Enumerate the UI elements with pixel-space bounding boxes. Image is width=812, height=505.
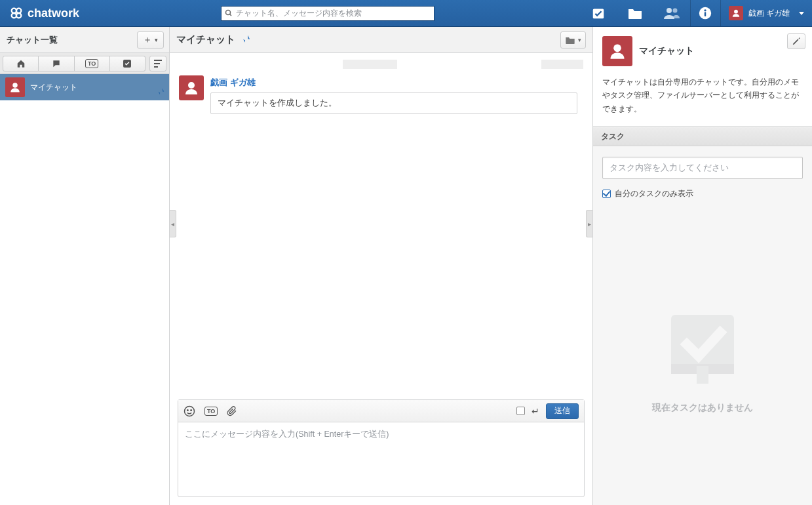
svg-point-20 — [187, 409, 189, 411]
task-check-icon — [591, 6, 606, 20]
brand-logo[interactable]: chatwork — [0, 0, 90, 26]
folder-icon — [565, 35, 575, 45]
enter-key-icon: ↵ — [532, 406, 539, 416]
sort-button[interactable] — [149, 56, 166, 71]
plus-icon: ＋ — [143, 34, 152, 46]
top-contacts-button[interactable] — [653, 0, 690, 26]
filter-task[interactable] — [110, 56, 145, 71]
to-icon: TO — [204, 407, 218, 416]
redacted-block — [343, 60, 397, 69]
sort-icon — [154, 59, 162, 68]
room-avatar-icon — [602, 36, 632, 66]
to-icon: TO — [85, 59, 98, 68]
pencil-icon — [792, 37, 801, 46]
svg-line-5 — [230, 14, 232, 16]
message-timeline: ◂ ▸ 戯画 ギガ雄 マイチャットを作成しました。 — [170, 53, 592, 394]
chat-bubble-icon — [52, 59, 61, 68]
folder-icon — [627, 7, 643, 20]
emoji-icon — [184, 405, 195, 417]
task-input[interactable] — [602, 157, 803, 179]
top-info-button[interactable] — [690, 0, 720, 26]
message-input[interactable] — [178, 422, 584, 495]
svg-point-7 — [667, 8, 672, 13]
send-button[interactable]: 送信 — [546, 403, 579, 419]
task-section-header: タスク — [593, 127, 812, 146]
pin-icon — [156, 87, 165, 98]
svg-point-19 — [185, 406, 195, 416]
svg-point-3 — [16, 13, 21, 18]
info-icon — [699, 7, 712, 20]
emoji-button[interactable] — [184, 405, 195, 417]
empty-tasks-icon — [653, 293, 752, 392]
chevron-down-icon: ▾ — [155, 37, 158, 43]
svg-rect-11 — [705, 12, 706, 16]
brand-icon — [9, 6, 24, 20]
message-avatar-icon — [179, 75, 204, 100]
to-button[interactable]: TO — [204, 407, 218, 416]
chat-item-name: マイチャット — [30, 82, 77, 93]
chat-avatar-icon — [5, 77, 25, 97]
svg-rect-25 — [697, 366, 708, 384]
chevron-down-icon — [799, 12, 804, 15]
search-icon — [222, 9, 236, 17]
room-info-title: マイチャット — [639, 45, 694, 57]
user-menu[interactable]: 戯画 ギガ雄 — [720, 0, 812, 26]
svg-point-17 — [12, 83, 18, 88]
message-item: 戯画 ギガ雄 マイチャットを作成しました。 — [179, 75, 583, 114]
task-filter-icon — [123, 59, 132, 68]
brand-text: chatwork — [28, 7, 79, 20]
svg-rect-15 — [154, 63, 160, 64]
svg-point-18 — [188, 82, 195, 89]
filter-to[interactable]: TO — [75, 56, 110, 71]
filter-home[interactable] — [3, 56, 39, 71]
home-icon — [16, 59, 26, 68]
svg-point-8 — [672, 9, 677, 13]
search-input[interactable] — [236, 7, 434, 20]
top-files-button[interactable] — [617, 0, 653, 26]
paperclip-icon — [227, 405, 237, 417]
svg-point-22 — [613, 45, 621, 52]
svg-rect-14 — [154, 60, 162, 61]
room-folder-menu[interactable]: ▾ — [560, 31, 586, 49]
room-title: マイチャット — [176, 33, 235, 46]
svg-rect-16 — [154, 66, 158, 68]
svg-point-12 — [734, 10, 738, 14]
filter-mention[interactable] — [39, 56, 74, 71]
own-tasks-only-checkbox[interactable] — [602, 190, 611, 198]
redacted-block — [541, 60, 583, 69]
attach-button[interactable] — [227, 405, 237, 417]
message-text: マイチャットを作成しました。 — [210, 92, 577, 114]
search-box[interactable] — [221, 6, 435, 21]
people-icon — [663, 7, 680, 20]
chat-list-item-mychat[interactable]: マイチャット — [0, 74, 169, 100]
user-avatar-icon — [729, 6, 743, 20]
svg-point-10 — [704, 9, 706, 11]
sidebar-title: チャット一覧 — [7, 34, 58, 46]
empty-tasks-text: 現在タスクはありません — [652, 402, 753, 414]
send-on-enter-checkbox[interactable] — [516, 407, 525, 415]
message-author[interactable]: 戯画 ギガ雄 — [210, 77, 583, 89]
top-tasks-button[interactable] — [580, 0, 617, 26]
user-name: 戯画 ギガ雄 — [748, 8, 790, 19]
add-chat-button[interactable]: ＋ ▾ — [137, 31, 164, 49]
svg-point-4 — [226, 10, 231, 15]
chevron-down-icon: ▾ — [578, 37, 581, 43]
edit-room-button[interactable] — [787, 33, 805, 49]
message-composer: TO ↵ 送信 — [178, 399, 585, 497]
pin-icon[interactable] — [241, 33, 251, 46]
collapse-left-handle[interactable]: ◂ — [170, 210, 176, 237]
own-tasks-only-label: 自分のタスクのみ表示 — [615, 188, 693, 199]
collapse-right-handle[interactable]: ▸ — [586, 210, 592, 237]
room-description: マイチャットは自分専用のチャットです。自分用のメモやタスク管理、ファイルサーバー… — [602, 75, 803, 115]
svg-point-21 — [191, 409, 192, 411]
